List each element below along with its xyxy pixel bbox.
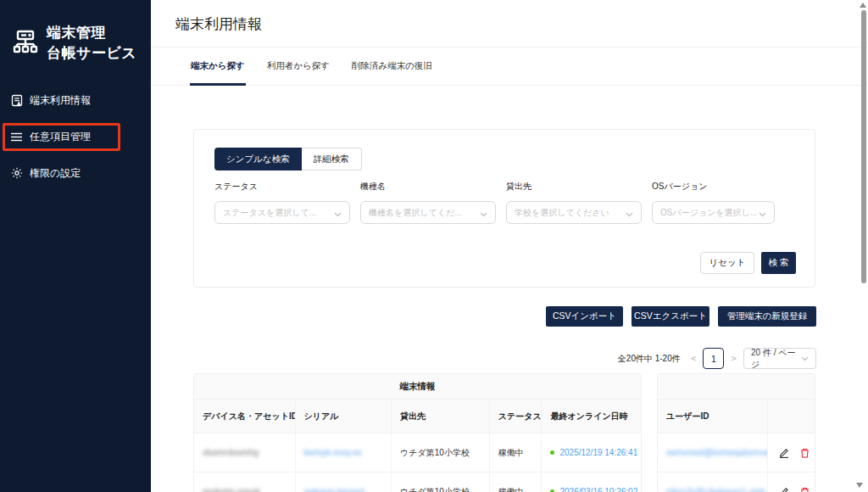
sidebar-item-device-usage[interactable]: 端末利用情報	[0, 87, 151, 113]
user-table: ユーザーID xwmxnwd@bxmwqabxmvqwx	[657, 373, 815, 492]
user-table-header-row: ユーザーID	[658, 400, 815, 433]
tab-bar: 端末から探す 利用者から探す 削除済み端末の復旧	[151, 48, 868, 86]
prev-page-icon[interactable]: <	[691, 353, 697, 364]
table-row: mbxv3x@cdwbqvqx1-xmb	[658, 472, 815, 492]
chevron-down-icon	[801, 354, 809, 363]
col-last-online: 最終オンライン日時	[542, 400, 641, 433]
serial-cell[interactable]: bwmpk-mxq-xa	[296, 433, 392, 472]
col-actions	[768, 400, 815, 433]
table-row: mwbxtm-xqxwk xwkqxm-bmwxd ウチダ第10小学校 稼働中 …	[194, 472, 641, 492]
sidebar-item-label: 端末利用情報	[30, 93, 91, 108]
device-table-header-row: デバイス名・アセットID シリアル 貸出先 ステータス 最終オンライン日時	[194, 400, 641, 433]
advanced-search-toggle[interactable]: 詳細検索	[302, 148, 362, 171]
device-info-group-header: 端末情報	[194, 374, 641, 400]
device-name-cell: mwbxtm-xqxwk	[194, 472, 296, 492]
page-size-select[interactable]: 20 件 / ページ	[743, 348, 816, 369]
row-actions	[768, 472, 815, 492]
main-content: 端末利用情報 端末から探す 利用者から探す 削除済み端末の復旧 シンプルな検索 …	[151, 0, 868, 492]
col-serial: シリアル	[296, 400, 392, 433]
serial-cell[interactable]: xwkqxm-bmwxd	[296, 472, 392, 492]
chevron-down-icon	[480, 205, 487, 221]
status-field: ステータス ステータスを選択して...	[214, 181, 350, 224]
lend-to-cell: ウチダ第10小学校	[392, 472, 490, 492]
delete-icon[interactable]	[800, 448, 810, 458]
status-select[interactable]: ステータスを選択して...	[214, 201, 350, 224]
pagination-summary: 全20件中 1-20件	[618, 353, 681, 365]
last-online-cell: 2026/03/16 10:26:02	[542, 472, 641, 492]
lend-to-select[interactable]: 学校を選択してください	[506, 201, 642, 224]
app-title: 端末管理 台帳サービス	[47, 23, 136, 64]
device-table: 端末情報 デバイス名・アセットID シリアル 貸出先 ステータス 最終オンライン…	[193, 373, 642, 492]
sidebar-item-custom-fields[interactable]: 任意項目管理	[0, 124, 151, 149]
sidebar-item-label: 任意項目管理	[30, 130, 91, 144]
device-name-cell: xkwmrdxwmhg	[194, 433, 296, 472]
edit-icon[interactable]	[779, 448, 789, 458]
edit-icon[interactable]	[779, 487, 789, 492]
chevron-down-icon	[759, 205, 766, 221]
os-version-select[interactable]: OSバージョンを選択し...	[652, 201, 775, 224]
sitemap-icon	[12, 28, 39, 59]
csv-export-button[interactable]: CSVエクスポート	[632, 306, 709, 327]
gear-icon	[10, 167, 23, 179]
lend-to-label: 貸出先	[506, 181, 642, 193]
active-tab-ink-bar	[190, 83, 246, 86]
os-version-field: OSバージョン OSバージョンを選択し...	[652, 181, 775, 224]
search-mode-toggle: シンプルな検索 詳細検索	[214, 148, 362, 171]
page-title: 端末利用情報	[175, 14, 262, 34]
status-label: ステータス	[214, 181, 350, 193]
tab-search-by-device[interactable]: 端末から探す	[190, 48, 246, 85]
scrollbar[interactable]	[859, 0, 868, 492]
page-header: 端末利用情報	[151, 0, 868, 48]
app-window: 端末管理 台帳サービス 端末利用情報 任意項目管理	[0, 0, 868, 492]
user-id-cell[interactable]: mbxv3x@cdwbqvqx1-xmb	[658, 472, 768, 492]
user-group-header	[658, 374, 815, 400]
app-logo: 端末管理 台帳サービス	[12, 23, 136, 64]
delete-icon[interactable]	[800, 487, 810, 492]
scrollbar-thumb[interactable]	[861, 10, 866, 283]
lend-to-cell: ウチダ第10小学校	[392, 433, 490, 472]
sidebar-item-permissions[interactable]: 権限の設定	[0, 160, 151, 186]
chevron-down-icon	[626, 205, 633, 221]
last-online-link[interactable]: 2025/12/19 14:26:41	[559, 448, 637, 457]
col-status: ステータス	[490, 400, 542, 433]
current-page-button[interactable]: 1	[703, 348, 724, 369]
model-field: 機種名 機種名を選択してくだ...	[360, 181, 496, 224]
lend-to-field: 貸出先 学校を選択してください	[506, 181, 642, 224]
scroll-down-icon[interactable]	[856, 483, 863, 488]
search-button[interactable]: 検 索	[761, 252, 796, 274]
user-id-cell[interactable]: xwmxnwd@bxmwqabxmvqwx	[658, 433, 768, 472]
status-cell: 稼働中	[490, 472, 542, 492]
col-user-id: ユーザーID	[658, 400, 768, 433]
ledger-icon	[10, 94, 23, 107]
tab-restore-deleted[interactable]: 削除済み端末の復旧	[351, 48, 433, 85]
os-version-label: OSバージョン	[652, 181, 775, 193]
row-actions	[768, 433, 815, 472]
search-panel: シンプルな検索 詳細検索 ステータス ステータスを選択して... 機種名 機種名…	[193, 129, 815, 288]
last-online-cell: 2025/12/19 14:26:41	[542, 433, 641, 472]
sidebar: 端末管理 台帳サービス 端末利用情報 任意項目管理	[0, 0, 151, 492]
tab-search-by-user[interactable]: 利用者から探す	[266, 48, 331, 85]
simple-search-toggle[interactable]: シンプルな検索	[214, 148, 302, 171]
menu-lines-icon	[10, 132, 23, 142]
reset-button[interactable]: リセット	[700, 252, 754, 274]
status-cell: 稼働中	[490, 433, 542, 472]
register-device-button[interactable]: 管理端末の新規登録	[718, 306, 816, 327]
col-lend-to: 貸出先	[392, 400, 490, 433]
model-label: 機種名	[360, 181, 496, 193]
scroll-up-icon[interactable]	[860, 3, 866, 8]
online-dot	[550, 450, 554, 455]
last-online-link[interactable]: 2026/03/16 10:26:02	[559, 487, 637, 492]
sidebar-item-label: 権限の設定	[30, 166, 81, 181]
table-row: xkwmrdxwmhg bwmpk-mxq-xa ウチダ第10小学校 稼働中 2…	[194, 433, 641, 472]
pagination: 全20件中 1-20件 < 1 > 20 件 / ページ	[618, 348, 816, 369]
chevron-down-icon	[334, 205, 342, 221]
model-select[interactable]: 機種名を選択してくだ...	[360, 201, 496, 224]
col-device-name: デバイス名・アセットID	[194, 400, 296, 433]
next-page-icon[interactable]: >	[731, 353, 737, 364]
csv-import-button[interactable]: CSVインポート	[546, 306, 623, 327]
table-row: xwmxnwd@bxmwqabxmvqwx	[658, 433, 815, 472]
